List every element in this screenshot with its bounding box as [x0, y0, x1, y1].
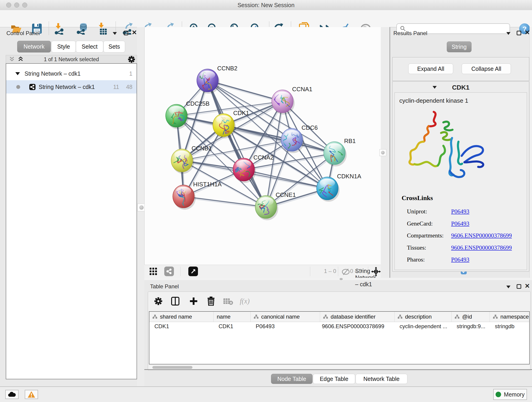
window-title: Session: New Session	[0, 0, 532, 10]
results-panel-close-icon[interactable]: ✕	[525, 30, 530, 35]
bottom-splitter[interactable]	[144, 278, 532, 280]
results-panel-border	[389, 27, 390, 280]
node-table: shared namenamecanonical namedatabase id…	[149, 311, 530, 364]
main-toolbar: ?	[0, 10, 532, 27]
bottom-splitter-handle[interactable]	[340, 278, 343, 280]
node-label-CCNB1: CCNB1	[191, 145, 212, 152]
pan-crosshair-icon[interactable]	[371, 267, 381, 276]
table-hscrollbar[interactable]	[149, 366, 530, 369]
crosslink-label: Uniprot:	[407, 208, 427, 215]
left-splitter-handle[interactable]	[138, 204, 145, 211]
node-label-CDC6: CDC6	[302, 124, 318, 131]
results-scrollbar[interactable]	[530, 27, 532, 278]
results-panel-menu-icon[interactable]	[506, 32, 510, 35]
column-header-shared-name[interactable]: shared name	[149, 312, 214, 322]
crosslink-label: Pharos:	[407, 256, 425, 263]
table-panel-menu-icon[interactable]	[506, 286, 510, 288]
crosslink-link[interactable]: P06493	[451, 208, 469, 215]
statusbar-separator	[180, 267, 181, 276]
crosslink-link[interactable]: P06493	[451, 256, 469, 263]
network-status-dot	[16, 85, 20, 89]
table-panel-float-icon[interactable]	[517, 284, 521, 289]
collection-count: 1	[129, 70, 133, 77]
collapse-all-button[interactable]: Collapse All	[462, 64, 511, 74]
network-row-selected[interactable]: String Network – cdk1 11 48	[6, 80, 137, 94]
tab-network-table[interactable]: Network Table	[355, 374, 407, 384]
warning-button[interactable]	[25, 390, 38, 399]
expand-all-button[interactable]: Expand All	[408, 64, 453, 74]
column-header-database-identifier[interactable]: database identifier	[320, 312, 394, 322]
column-header-namespace[interactable]: namespace	[490, 312, 530, 322]
import-table-icon[interactable]	[97, 22, 109, 35]
table-panel-divider	[144, 369, 532, 370]
memory-button[interactable]: Memory	[493, 389, 527, 400]
add-column-icon[interactable]	[188, 295, 200, 307]
node-gloss	[259, 197, 273, 206]
tab-select[interactable]: Select	[76, 41, 103, 52]
node-gloss	[320, 179, 335, 187]
node-table-header: shared namenamecanonical namedatabase id…	[149, 312, 529, 322]
control-panel-float-icon[interactable]	[124, 31, 128, 35]
tab-style[interactable]: Style	[51, 41, 76, 52]
crosslink-link[interactable]: 9606.ENSP00000378699	[451, 232, 512, 239]
network-edge[interactable]	[184, 196, 266, 207]
delete-column-trash-icon[interactable]	[205, 295, 217, 307]
network-collection-row[interactable]: String Network – cdk1 1	[6, 67, 137, 80]
collection-label: String Network – cdk1	[25, 70, 81, 77]
statusbar-separator	[368, 267, 368, 276]
table-row[interactable]: CDK1CDK1P064939606.ENSP00000378699cyclin…	[149, 322, 529, 331]
table-panel-close-icon[interactable]: ✕	[525, 284, 530, 288]
gene-name-heading: CDK1	[392, 84, 529, 91]
table-settings-gear-icon[interactable]	[152, 295, 164, 307]
right-splitter-handle[interactable]	[380, 149, 386, 156]
gear-icon[interactable]	[128, 56, 135, 63]
memory-label: Memory	[504, 391, 525, 398]
table-cell: 9606.ENSP00000378699	[320, 322, 394, 331]
tab-edge-table[interactable]: Edge Table	[313, 374, 355, 384]
crosslink-link[interactable]: P06493	[451, 220, 469, 227]
function-builder-icon[interactable]: f(x)	[239, 295, 251, 307]
tab-sets[interactable]: Sets	[103, 41, 125, 52]
node-label-CCNE1: CCNE1	[276, 191, 296, 198]
column-header-canonical-name[interactable]: canonical name	[251, 312, 320, 322]
tab-node-table[interactable]: Node Table	[271, 374, 312, 384]
import-network-database-icon[interactable]	[76, 22, 89, 35]
delete-table-icon[interactable]	[222, 295, 234, 307]
column-header-@id[interactable]: @id	[452, 312, 490, 322]
node-label-CCNA2: CCNA2	[253, 154, 273, 161]
import-network-file-icon[interactable]	[54, 22, 66, 35]
tab-network[interactable]: Network	[17, 41, 51, 52]
network-edge[interactable]	[208, 80, 266, 207]
memory-status-dot	[496, 392, 501, 397]
cloud-button[interactable]	[5, 390, 19, 399]
crosslink-label: Tissues:	[407, 244, 426, 251]
string-view-icon[interactable]	[164, 267, 174, 276]
tab-string[interactable]: String	[447, 41, 472, 52]
table-cell: cyclin-dependent ...	[394, 322, 452, 331]
table-hscrollbar-thumb[interactable]	[152, 366, 192, 369]
control-panel-menu-icon[interactable]	[113, 32, 117, 35]
network-canvas[interactable]: CCNB2CCNA1CDC25BCDK1CDC6RB1CCNB1CCNA2CDK…	[144, 27, 381, 265]
show-columns-icon[interactable]	[169, 295, 181, 307]
grid-view-icon[interactable]	[149, 268, 158, 276]
crosslink-row: Tissues:9606.ENSP00000378699	[407, 244, 526, 256]
node-label-CDK1: CDK1	[233, 109, 249, 116]
birds-eye-view-icon[interactable]	[188, 267, 198, 276]
results-panel-float-icon[interactable]	[517, 31, 521, 35]
edge-count: 48	[126, 84, 133, 90]
statusbar-separator	[338, 267, 338, 276]
column-header-name[interactable]: name	[214, 312, 251, 322]
tree-expand-icon[interactable]	[15, 72, 20, 75]
node-label-CDC25B: CDC25B	[186, 100, 210, 107]
crosslink-link[interactable]: 9606.ENSP00000378699	[451, 244, 512, 251]
hidden-count-label: 0 – 0	[350, 268, 362, 274]
statusbar-separator	[310, 267, 310, 276]
node-label-CCNA1: CCNA1	[292, 86, 312, 93]
node-gloss	[200, 70, 215, 79]
control-panel-close-icon[interactable]: ✕	[132, 30, 137, 35]
column-header-description[interactable]: description	[394, 312, 452, 322]
node-label-RB1: RB1	[344, 138, 356, 144]
table-cell: P06493	[251, 322, 320, 331]
node-label-HIST1H1A: HIST1H1A	[193, 181, 222, 188]
node-gloss	[275, 91, 290, 100]
